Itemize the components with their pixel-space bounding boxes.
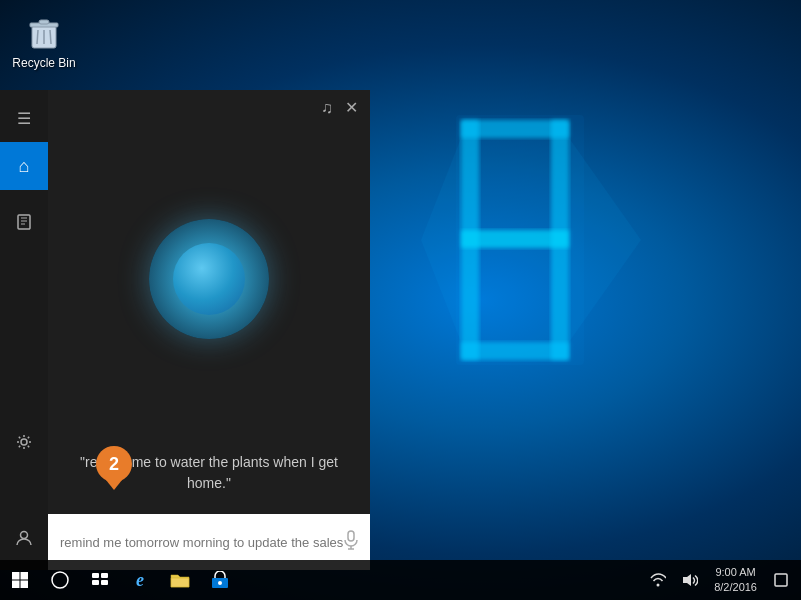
cortana-result-badge: 2 — [96, 446, 132, 482]
clock-date: 8/2/2016 — [714, 580, 757, 595]
task-view-button[interactable] — [80, 560, 120, 600]
svg-rect-24 — [21, 572, 29, 580]
desktop: Recycle Bin ☰ ⌂ — [0, 0, 801, 600]
svg-marker-6 — [421, 138, 461, 342]
svg-rect-10 — [39, 20, 49, 24]
svg-point-34 — [657, 584, 660, 587]
svg-line-13 — [50, 30, 51, 44]
sidebar-settings-button[interactable] — [0, 418, 48, 466]
svg-rect-25 — [12, 581, 20, 589]
edge-button[interactable]: e — [120, 560, 160, 600]
recycle-bin-label: Recycle Bin — [12, 56, 75, 70]
cortana-panel: ☰ ⌂ — [0, 90, 370, 570]
svg-rect-26 — [21, 581, 29, 589]
file-explorer-button[interactable] — [160, 560, 200, 600]
svg-rect-29 — [101, 573, 108, 578]
music-icon[interactable]: ♫ — [321, 99, 333, 117]
svg-rect-14 — [18, 215, 30, 229]
taskbar-left-section: e — [0, 560, 240, 600]
cortana-search-input[interactable] — [60, 535, 344, 550]
microphone-icon[interactable] — [344, 530, 358, 555]
close-icon[interactable]: ✕ — [345, 98, 358, 117]
svg-point-27 — [52, 572, 68, 588]
svg-rect-28 — [92, 573, 99, 578]
volume-tray-icon[interactable] — [676, 560, 704, 600]
cortana-topbar: ♫ ✕ — [48, 90, 370, 125]
recycle-bin-icon[interactable]: Recycle Bin — [8, 8, 80, 74]
notification-center-button[interactable] — [767, 560, 795, 600]
clock-time: 9:00 AM — [714, 565, 757, 580]
svg-marker-7 — [569, 138, 641, 342]
sidebar-home-button[interactable]: ⌂ — [0, 142, 48, 190]
sidebar-menu-button[interactable]: ☰ — [0, 94, 48, 142]
svg-rect-23 — [12, 572, 20, 580]
cortana-taskbar-button[interactable] — [40, 560, 80, 600]
sidebar-user-button[interactable] — [0, 514, 48, 562]
taskbar-right-section: 9:00 AM 8/2/2016 — [644, 560, 801, 600]
cortana-ring — [149, 219, 269, 339]
svg-point-19 — [21, 532, 28, 539]
cortana-main-area: ♫ ✕ "remind me to water the plants when … — [48, 90, 370, 570]
sidebar-notebook-button[interactable] — [0, 198, 48, 246]
svg-line-11 — [37, 30, 38, 44]
svg-rect-30 — [92, 580, 99, 585]
svg-rect-5 — [456, 115, 584, 365]
taskbar: e — [0, 560, 801, 600]
store-button[interactable] — [200, 560, 240, 600]
svg-point-18 — [21, 439, 27, 445]
system-clock[interactable]: 9:00 AM 8/2/2016 — [708, 565, 763, 596]
cortana-sidebar: ☰ ⌂ — [0, 90, 48, 570]
svg-rect-31 — [101, 580, 108, 585]
svg-rect-36 — [775, 574, 787, 586]
start-button[interactable] — [0, 560, 40, 600]
network-tray-icon[interactable] — [644, 560, 672, 600]
svg-point-33 — [218, 581, 222, 585]
cortana-inner-circle — [173, 243, 245, 315]
cortana-animation-area — [48, 125, 370, 452]
svg-marker-35 — [683, 574, 691, 586]
recycle-bin-svg — [24, 12, 64, 52]
svg-rect-20 — [348, 531, 354, 541]
